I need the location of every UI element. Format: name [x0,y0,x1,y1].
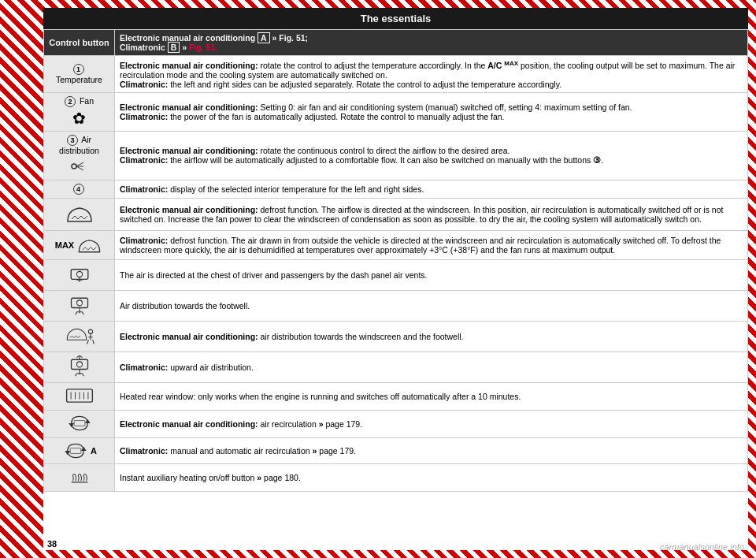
icon-cell-chest-vent [44,259,115,290]
circle-num-1: 1 [73,64,84,75]
table-row: 3 Air distribution Electronic manual air… [44,131,748,180]
table-row: Electronic manual air conditioning: defr… [44,198,748,230]
table-row: Air distribution towards the footwell. [44,290,748,321]
desc-heated-rear: Heated rear window: only works when the … [115,382,748,410]
svg-marker-53 [65,451,70,455]
svg-rect-34 [71,359,87,369]
svg-rect-18 [71,298,87,307]
svg-point-19 [76,299,82,305]
svg-line-10 [85,247,88,250]
svg-point-0 [72,164,76,169]
table-row: MAX Climatronic: defrost function. The a… [44,230,748,259]
svg-line-32 [87,340,88,344]
table-row: Electronic manual air conditioning: air … [44,410,748,437]
svg-line-6 [78,216,81,219]
icon-cell-windscreen-footwell [44,321,115,352]
svg-marker-50 [69,423,74,427]
svg-rect-51 [74,420,85,426]
icon-cell-air-distribution: 3 Air distribution [44,131,115,180]
circle-num-3: 3 [67,135,78,146]
svg-line-11 [88,247,91,250]
svg-line-12 [91,247,94,250]
icon-cell-footwell [44,290,115,321]
page-header: The essentials [43,8,748,29]
circle-num-4: 4 [73,184,84,195]
desc-recirculation: Electronic manual air conditioning: air … [115,410,748,437]
upward-distribution-icon [65,355,94,378]
icon-cell-upward [44,352,115,382]
svg-line-28 [78,336,80,338]
svg-line-13 [94,247,97,250]
table-row: The air is directed at the chest of driv… [44,259,748,290]
header-desc: Electronic manual air conditioning A » F… [120,32,308,53]
recirculation-auto-icon [61,441,90,460]
max-defrost-icon [76,234,103,256]
recirculation-icon [65,414,94,433]
table-row: 4 Climatronic: display of the selected i… [44,180,748,198]
header-title: The essentials [361,13,432,24]
heated-rear-window-icon [64,386,95,405]
table-row: 1 Temperature Electronic manual air cond… [44,56,748,93]
svg-line-8 [84,216,87,219]
icon-cell-defrost [44,198,115,230]
svg-line-27 [76,336,78,338]
table-row: Heated rear window: only works when the … [44,382,748,410]
windscreen-footwell-icon [64,325,95,347]
svg-line-4 [72,216,75,219]
icon-cell-max-defrost: MAX [44,230,115,259]
desc-4: Climatronic: display of the selected int… [115,180,748,198]
svg-marker-52 [81,446,87,450]
svg-point-29 [88,329,92,333]
icon-cell-recirculation [44,410,115,437]
desc-temperature: Electronic manual air conditioning: rota… [115,56,748,93]
content-table: Control button Electronic manual air con… [43,29,748,492]
svg-line-9 [83,247,86,250]
desc-chest-vent: The air is directed at the chest of driv… [115,259,748,290]
icon-cell-recirculation-auto: A [44,437,115,463]
svg-line-26 [74,336,76,338]
svg-point-15 [76,271,82,277]
svg-line-23 [82,311,83,314]
defrost-windscreen-icon [64,202,95,225]
desc-air-distribution: Electronic manual air conditioning: rota… [115,131,748,180]
desc-windscreen-footwell: Electronic manual air conditioning: air … [115,321,748,352]
desc-footwell: Air distribution towards the footwell. [115,290,748,321]
chest-vent-icon [65,263,94,285]
table-row: A Climatronic: manual and automatic air … [44,437,748,463]
main-content: The essentials Control button Electronic… [43,8,748,550]
svg-line-7 [81,216,84,219]
desc-fan: Electronic manual air conditioning: Sett… [115,92,748,131]
desc-recirculation-auto: Climatronic: manual and automatic air re… [115,437,748,463]
svg-point-35 [76,361,82,366]
icon-cell-temperature: 1 Temperature [44,56,115,93]
svg-line-22 [75,311,76,314]
icon-cell-4: 4 [44,180,115,198]
svg-marker-49 [84,418,90,422]
svg-line-38 [80,355,83,358]
header-col1: Control button [44,30,115,56]
footwell-icon [65,294,94,316]
watermark-text: carmanualsonline.info [660,542,744,552]
desc-aux-heat: Instant auxiliary heating on/off button … [115,463,748,491]
icon-cell-fan: 2 Fan ✿ [44,92,115,131]
svg-line-5 [75,216,78,219]
aux-heat-icon [65,467,94,486]
svg-line-3 [76,166,83,170]
icon-cell-heated-rear [44,382,115,410]
svg-line-42 [82,373,83,376]
desc-defrost: Electronic manual air conditioning: defr… [115,198,748,230]
desc-max-defrost: Climatronic: defrost function. The air d… [115,230,748,259]
desc-upward: Climatronic: upward air distribution. [115,352,748,382]
icon-cell-aux-heat [44,463,115,491]
table-header-row: Control button Electronic manual air con… [44,30,748,56]
svg-line-25 [72,336,74,338]
svg-line-41 [75,373,76,376]
table-row: Instant auxiliary heating on/off button … [44,463,748,491]
table-row: 2 Fan ✿ Electronic manual air conditioni… [44,92,748,131]
page-number: 38 [47,539,57,549]
svg-line-33 [92,340,94,344]
svg-line-1 [76,162,83,166]
air-distribution-icon [68,158,91,174]
table-row: Electronic manual air conditioning: air … [44,321,748,352]
svg-rect-54 [70,448,81,453]
